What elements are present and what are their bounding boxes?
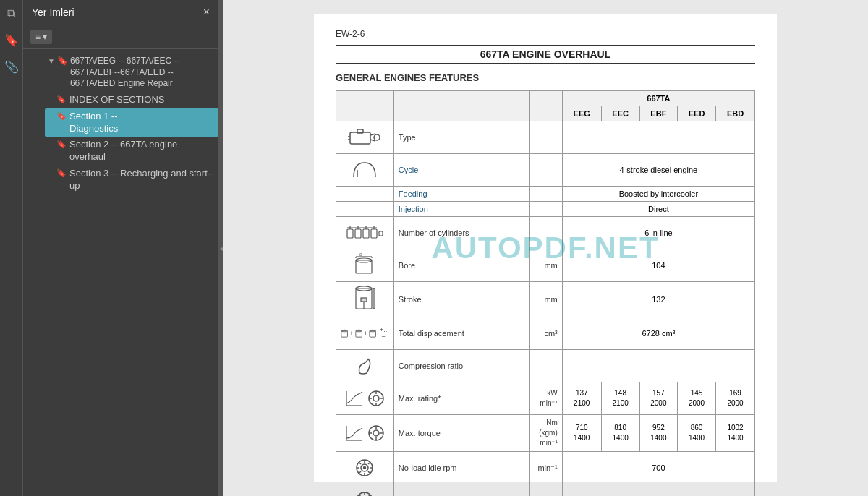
type-icon-cell: [336, 121, 394, 154]
document-page: AUTOPDF.NET EW-2-6 667TA ENGINE OVERHAUL…: [314, 14, 777, 482]
toolbar-menu-button[interactable]: ≡ ▾: [30, 30, 52, 44]
peak-label: No-load peak rpm: [393, 484, 529, 497]
sidebar-item-section2[interactable]: 🔖 Section 2 -- 667TA engine overhaul: [45, 137, 218, 166]
cylinders-label: Number of cylinders: [393, 217, 529, 249]
rating-unit: kWmin⁻¹: [529, 382, 562, 415]
table-row: No-load peak rpm min⁻¹ –: [336, 484, 755, 497]
svg-rect-8: [347, 229, 353, 238]
section-title: GENERAL ENGINES FEATURES: [336, 72, 755, 83]
sidebar-item-section1[interactable]: 🔖 Section 1 --Diagnostics: [45, 108, 218, 137]
paperclip-icon[interactable]: 📎: [4, 60, 19, 74]
stroke-label: Stroke: [393, 282, 529, 317]
cylinders-unit: [529, 217, 562, 249]
bore-icon-cell: Ø: [336, 249, 394, 282]
col-667ta-header: 667TA: [562, 91, 754, 106]
feeding-label: Feeding: [393, 187, 529, 202]
compression-value: –: [562, 350, 754, 382]
feeding-icon-cell: [336, 187, 394, 202]
svg-point-57: [364, 467, 366, 469]
svg-text:Ø: Ø: [359, 253, 362, 257]
feeding-unit: [529, 187, 562, 202]
rating-eed: 1452000: [678, 382, 716, 415]
sidebar: Yer İmleri × ≡ ▾ ▼ 🔖 667TA/EEG -- 667TA/…: [23, 0, 218, 496]
sidebar-toolbar: ≡ ▾: [23, 25, 218, 49]
torque-eeg: 7101400: [562, 415, 601, 452]
cycle-value: 4-stroke diesel engine: [562, 154, 754, 187]
col-eeg: EEG: [562, 106, 601, 121]
sidebar-content: ▼ 🔖 667TA/EEG -- 667TA/EEC -- 667TA/EBF-…: [23, 49, 218, 496]
rating-eec: 1482100: [601, 382, 639, 415]
displacement-icon-cell: + + +.. =: [336, 317, 394, 350]
type-value: [562, 121, 754, 154]
peak-unit: min⁻¹: [529, 484, 562, 497]
col-icon-header: [336, 91, 394, 106]
table-row: Feeding Boosted by intercooler: [336, 187, 755, 202]
cycle-unit: [529, 154, 562, 187]
stroke-value: 132: [562, 282, 754, 317]
svg-rect-0: [350, 132, 370, 144]
table-row: Type: [336, 121, 755, 154]
torque-unit: Nm (kgm)min⁻¹: [529, 415, 562, 452]
rating-ebf: 1572000: [639, 382, 677, 415]
displacement-value: 6728 cm³: [562, 317, 754, 350]
type-label: Type: [393, 121, 529, 154]
section3-label: Section 3 -- Recharging and start--up: [69, 168, 216, 192]
col-icon-subheader: [336, 106, 394, 121]
col-unit-subheader: [529, 106, 562, 121]
torque-label: Max. torque: [393, 415, 529, 452]
compression-label: Compression ratio: [393, 350, 529, 382]
svg-rect-1: [357, 129, 363, 133]
bookmark-icon[interactable]: 🔖: [4, 33, 19, 47]
table-row: Injection Direct: [336, 202, 755, 217]
section2-label: Section 2 -- 667TA engine overhaul: [69, 139, 216, 163]
col-eec: EEC: [601, 106, 639, 121]
svg-point-41: [373, 395, 379, 401]
tree-parent-item[interactable]: ▼ 🔖 667TA/EEG -- 667TA/EEC -- 667TA/EBF-…: [45, 54, 218, 92]
sidebar-item-section3[interactable]: 🔖 Section 3 -- Recharging and start--up: [45, 166, 218, 194]
table-row: No-load idle rpm min⁻¹ 700: [336, 452, 755, 484]
svg-line-62: [359, 462, 361, 464]
bore-unit: mm: [529, 249, 562, 282]
col-feature-subheader: [393, 106, 529, 121]
sidebar-item-index[interactable]: 🔖 INDEX OF SECTIONS: [45, 92, 218, 108]
displacement-label: Total displacement: [393, 317, 529, 350]
sidebar-close-button[interactable]: ×: [203, 6, 210, 19]
svg-line-63: [368, 471, 370, 474]
svg-rect-10: [363, 229, 369, 238]
table-row: Cycle 4-stroke diesel engine: [336, 154, 755, 187]
section1-label: Section 1 --Diagnostics: [69, 111, 118, 135]
table-row: Max. rating* kWmin⁻¹ 1372100 1482100 157…: [336, 382, 755, 415]
icon-bar: ⧉ 🔖 📎: [0, 0, 23, 496]
svg-line-39: [360, 392, 362, 393]
table-row: Ø Bore mm 104: [336, 249, 755, 282]
col-ebd: EBD: [716, 106, 755, 121]
type-unit: [529, 121, 562, 154]
svg-rect-30: [361, 298, 367, 302]
stroke-unit: mm: [529, 282, 562, 317]
bookmark-active-icon: 🔖: [56, 111, 67, 121]
col-unit-header: [529, 91, 562, 106]
injection-icon-cell: [336, 202, 394, 217]
torque-eec: 8101400: [601, 415, 639, 452]
torque-ebf: 9521400: [639, 415, 677, 452]
torque-icon-cell: [336, 415, 394, 452]
collapse-arrow: ▼: [48, 57, 55, 65]
idle-value: 700: [562, 452, 754, 484]
bore-label: Bore: [393, 249, 529, 282]
sidebar-title: Yer İmleri: [32, 7, 75, 18]
copy-icon[interactable]: ⧉: [7, 7, 15, 20]
bookmark-icon: 🔖: [57, 56, 68, 66]
peak-icon-cell: [336, 484, 394, 497]
rating-eeg: 1372100: [562, 382, 601, 415]
table-row: Stroke mm 132: [336, 282, 755, 317]
table-row: + + +.. =: [336, 317, 755, 350]
idle-label: No-load idle rpm: [393, 452, 529, 484]
engine-table: 667TA EEG EEC EBF EED EBD: [336, 90, 755, 496]
svg-point-50: [373, 430, 379, 436]
injection-label: Injection: [393, 202, 529, 217]
svg-line-48: [360, 428, 362, 429]
parent-item-label: 667TA/EEG -- 667TA/EEC -- 667TA/EBF--667…: [70, 56, 216, 90]
rating-ebd: 1692000: [716, 382, 755, 415]
injection-unit: [529, 202, 562, 217]
svg-point-4: [374, 134, 380, 140]
